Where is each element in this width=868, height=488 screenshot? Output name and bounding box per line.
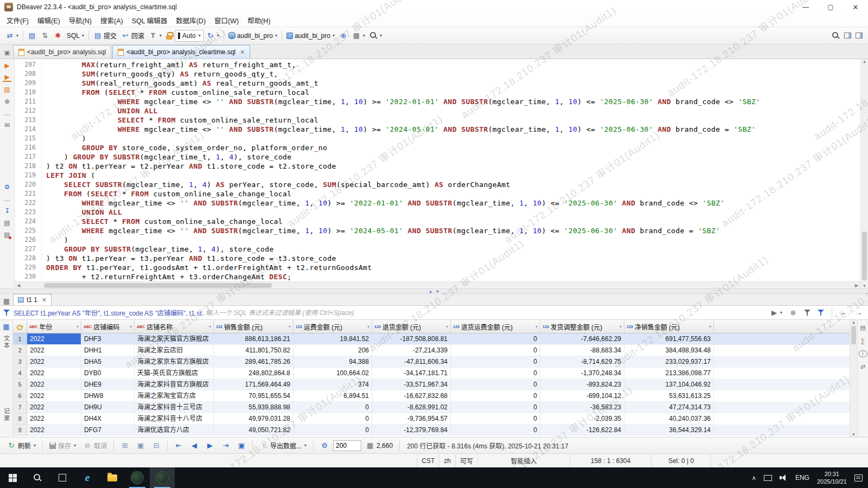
- grid-corner[interactable]: [13, 320, 27, 333]
- column-header-4[interactable]: 123销售金额 (元)▾: [214, 320, 293, 333]
- tray-expand-icon[interactable]: ∧: [752, 474, 756, 481]
- duplicate-row-button[interactable]: ▣: [133, 440, 148, 451]
- column-header-2[interactable]: ABC店铺编码▾: [81, 320, 135, 333]
- scroll-up-icon[interactable]: ▲: [861, 59, 868, 64]
- column-header-6[interactable]: 123退货金额 (元)▾: [372, 320, 451, 333]
- close-button[interactable]: ✕: [843, 0, 868, 14]
- cell[interactable]: 691,477,556.63: [624, 333, 714, 345]
- breakpoint-button[interactable]: ✱: [52, 29, 65, 42]
- code-line[interactable]: 209 SUM(real_return_goods_amt) AS real_r…: [15, 79, 860, 88]
- cell[interactable]: 2022: [27, 379, 81, 390]
- value-panel-icon[interactable]: ▤: [859, 323, 867, 332]
- scroll-down-icon[interactable]: ▼: [850, 432, 858, 437]
- clipboard-icon[interactable]: ⊕: [3, 97, 11, 106]
- menu-item-8[interactable]: 帮助(H): [243, 14, 275, 27]
- row-number[interactable]: 7: [13, 402, 27, 413]
- column-filter-icon[interactable]: ▾: [367, 324, 369, 329]
- cell[interactable]: DHF3: [81, 333, 135, 345]
- scrollbar-thumb[interactable]: [44, 283, 272, 288]
- cell[interactable]: 海澜之家天猫官方旗舰店: [135, 333, 214, 345]
- cell[interactable]: 0: [451, 333, 540, 345]
- cell[interactable]: 36,544,329.14: [624, 425, 714, 436]
- previous-page-button[interactable]: ◀: [187, 440, 201, 451]
- save-button[interactable]: 保存▾: [47, 440, 79, 451]
- code-line[interactable]: 219LEFT JOIN (: [15, 171, 860, 180]
- calc-panel-icon[interactable]: ∑: [859, 337, 867, 345]
- code-line[interactable]: 207 MAX(return_freight_amt) AS return_fr…: [15, 60, 860, 69]
- fetch-all-button[interactable]: ▣: [234, 440, 248, 451]
- scrollbar-thumb[interactable]: [851, 326, 856, 344]
- column-header-9[interactable]: 123净销售金额 (元)▾: [624, 320, 714, 333]
- code-line[interactable]: 216 GROUP BY store_code, system_order_no…: [15, 143, 860, 152]
- first-page-button[interactable]: ⇤: [171, 440, 186, 451]
- navigator-sync-button[interactable]: ⊕: [337, 29, 350, 42]
- scroll-left-icon[interactable]: ◀: [15, 283, 22, 288]
- cell[interactable]: 2022: [27, 333, 81, 345]
- cell[interactable]: 海澜之家抖音十三号店: [135, 402, 214, 413]
- cell[interactable]: 289,461,785.26: [214, 356, 293, 368]
- cell[interactable]: DHH1: [81, 345, 135, 356]
- export-data-button[interactable]: ↑导出数据...▾: [257, 440, 309, 451]
- export-result-icon[interactable]: ↧: [3, 207, 11, 215]
- cell[interactable]: -8,628,991.02: [372, 402, 451, 413]
- cell[interactable]: -27,214,339: [372, 345, 451, 356]
- metadata-panel-icon[interactable]: i: [859, 350, 867, 357]
- execute-statement-icon[interactable]: ▶: [3, 61, 11, 70]
- cell[interactable]: -16,627,832.68: [372, 390, 451, 402]
- cell[interactable]: 2022: [27, 390, 81, 402]
- cell[interactable]: 海澜优选官方八店: [135, 425, 214, 436]
- cell[interactable]: 94,388: [293, 356, 372, 368]
- display-icon[interactable]: [764, 475, 772, 481]
- cell[interactable]: 411,801,750.82: [214, 345, 293, 356]
- search-menu-button[interactable]: ▾: [367, 29, 384, 42]
- cell[interactable]: 0: [293, 425, 372, 436]
- column-filter-icon[interactable]: ▾: [709, 324, 711, 329]
- cell[interactable]: 2022: [27, 413, 81, 425]
- cell[interactable]: 海澜之家淘宝官方店: [135, 390, 214, 402]
- cell[interactable]: 53,631,613.25: [624, 390, 714, 402]
- column-filter-icon[interactable]: ▾: [76, 324, 79, 329]
- tab-analysis-sql[interactable]: <audit_bi_pro> analysis.sql: [13, 45, 111, 59]
- cell[interactable]: 0: [451, 413, 540, 425]
- cell[interactable]: -893,824.23: [540, 379, 624, 390]
- quick-search-button[interactable]: [829, 29, 842, 42]
- next-page-button[interactable]: ▶: [203, 440, 217, 451]
- code-line[interactable]: 228) t3 ON t1.perYear = t3.perYear AND t…: [15, 254, 860, 263]
- cell[interactable]: DYB0: [81, 368, 135, 379]
- cell[interactable]: 2022: [27, 368, 81, 379]
- code-line[interactable]: 218) t2 ON t1.perYear = t2.perYear AND t…: [15, 162, 860, 171]
- collapse-up-icon[interactable]: ▲: [429, 290, 432, 293]
- clear-filter-button[interactable]: ⊗: [787, 309, 799, 317]
- scrollbar-thumb[interactable]: [862, 232, 867, 280]
- cell[interactable]: DHA5: [81, 356, 135, 368]
- history-forward-button[interactable]: →: [853, 309, 865, 317]
- column-filter-icon[interactable]: ▾: [446, 324, 448, 329]
- cell[interactable]: 2022: [27, 402, 81, 413]
- column-filter-icon[interactable]: ▾: [130, 324, 132, 329]
- cell[interactable]: -2,039.35: [540, 413, 624, 425]
- tab-analysis-cleartime-sql[interactable]: <audit_bi_pro> analysis_cleartime.sql ✕: [112, 45, 250, 59]
- code-line[interactable]: 225 WHERE mgclear_time <> '' AND SUBSTR(…: [15, 226, 860, 235]
- cell[interactable]: 海澜之家云店旧: [135, 345, 214, 356]
- cell[interactable]: 0: [293, 402, 372, 413]
- cell[interactable]: 19,841.52: [293, 333, 372, 345]
- total-row-count[interactable]: ▦2,660: [363, 440, 395, 451]
- cell[interactable]: 2022: [27, 356, 81, 368]
- transaction-log-button[interactable]: T▾: [146, 29, 164, 42]
- taskbar-explorer-button[interactable]: [100, 467, 125, 488]
- history-back-button[interactable]: ←: [838, 309, 850, 317]
- column-filter-icon[interactable]: ▾: [209, 324, 211, 329]
- execute-script-icon[interactable]: ▶: [3, 73, 11, 82]
- cell[interactable]: 55,939,888.98: [214, 402, 293, 413]
- cell[interactable]: 171,569,464.49: [214, 379, 293, 390]
- cell[interactable]: 0: [451, 356, 540, 368]
- code-line[interactable]: 217 ) GROUP BY SUBSTR(mgclear_time_t, 1,…: [15, 152, 860, 162]
- code-area[interactable]: 207 MAX(return_freight_amt) AS return_fr…: [15, 59, 860, 281]
- taskbar-app-button-2[interactable]: [150, 467, 175, 488]
- row-number[interactable]: 9: [13, 425, 27, 436]
- editor-vertical-scrollbar[interactable]: ▲ ▼: [860, 59, 868, 288]
- mail-icon[interactable]: ✉: [3, 121, 11, 130]
- cell[interactable]: 213,386,098.77: [624, 368, 714, 379]
- row-number[interactable]: 3: [13, 356, 27, 368]
- row-number[interactable]: 2: [13, 345, 27, 356]
